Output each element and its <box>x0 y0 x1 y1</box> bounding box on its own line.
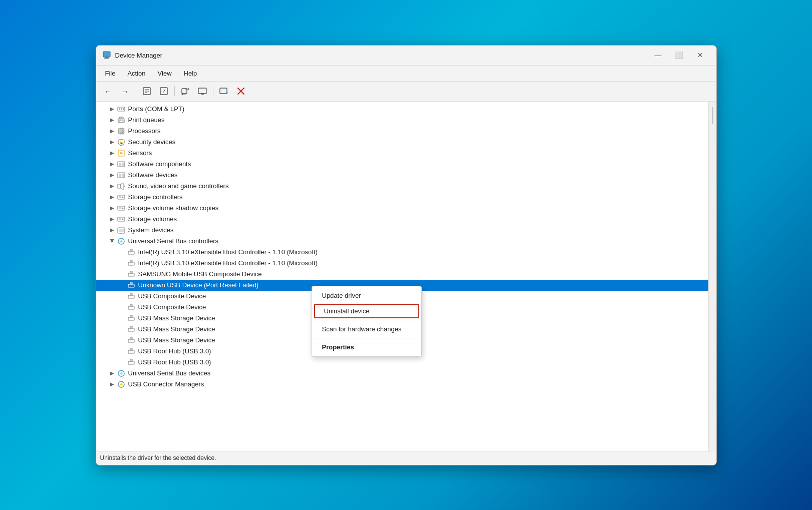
icon-usb-unknown <box>126 280 136 290</box>
chevron-security: ▶ <box>108 139 116 145</box>
device-manager-window: Device Manager — ⬜ ✕ File Action View He… <box>96 45 717 465</box>
svg-rect-60 <box>119 229 124 232</box>
menu-help[interactable]: Help <box>179 68 202 79</box>
svg-rect-46 <box>118 184 121 188</box>
icon-usb-samsung <box>126 269 136 279</box>
device-tree[interactable]: ▶ Ports (COM & LPT) ▶ Print queues ▶ Pro… <box>96 102 708 451</box>
tree-item-usb-conn[interactable]: ▶ ⚡ USB Connector Managers <box>96 379 708 390</box>
svg-rect-25 <box>119 121 123 122</box>
ctx-properties[interactable]: Properties <box>312 340 421 354</box>
tree-item-usb-intel2[interactable]: ▶ Intel(R) USB 3.10 eXtensible Host Cont… <box>96 258 708 269</box>
status-bar: Uninstalls the driver for the selected d… <box>96 451 716 465</box>
svg-text:⚡: ⚡ <box>119 371 124 376</box>
svg-rect-44 <box>119 174 121 177</box>
chevron-print: ▶ <box>108 117 116 123</box>
tree-item-system[interactable]: ▶ System devices <box>96 225 708 236</box>
chevron-ports: ▶ <box>108 106 116 112</box>
menu-view[interactable]: View <box>153 68 177 79</box>
svg-rect-55 <box>118 217 125 221</box>
context-menu: Update driver Uninstall device Scan for … <box>312 286 422 357</box>
svg-rect-67 <box>128 262 134 265</box>
properties-button[interactable] <box>139 84 155 98</box>
icon-sound <box>116 181 126 191</box>
svg-point-48 <box>122 196 123 198</box>
scan-button[interactable] <box>177 84 193 98</box>
label-security: Security devices <box>128 138 708 146</box>
icon-print <box>116 115 126 125</box>
tree-item-usb-intel1[interactable]: ▶ Intel(R) USB 3.10 eXtensible Host Cont… <box>96 247 708 258</box>
minimize-button[interactable]: — <box>648 47 668 63</box>
tree-item-storage-shadow[interactable]: ▶ Storage volume shadow copies <box>96 203 708 214</box>
maximize-button[interactable]: ⬜ <box>669 47 689 63</box>
label-usb-samsung: SAMSUNG Mobile USB Composite Device <box>138 270 708 278</box>
svg-point-52 <box>122 207 123 209</box>
scrollbar[interactable] <box>708 102 716 451</box>
svg-rect-64 <box>128 251 134 254</box>
add-button[interactable] <box>216 84 232 98</box>
tree-item-usb-hub2[interactable]: ▶ USB Root Hub (USB 3.0) <box>96 357 708 368</box>
tree-item-processors[interactable]: ▶ Processors <box>96 126 708 137</box>
label-usb-devices: Universal Serial Bus devices <box>128 369 708 377</box>
icon-ports <box>116 104 126 114</box>
ctx-scan-changes[interactable]: Scan for hardware changes <box>312 322 421 336</box>
chevron-usb-ctrl: ▶ <box>109 237 115 245</box>
ctx-update-driver[interactable]: Update driver <box>312 288 421 303</box>
toolbar-separator-2 <box>174 86 175 96</box>
tree-item-sound[interactable]: ▶ Sound, video and game controllers <box>96 181 708 192</box>
svg-rect-0 <box>103 52 110 57</box>
icon-usb-intel2 <box>126 258 136 268</box>
chevron-storage-shadow: ▶ <box>108 205 116 211</box>
chevron-system: ▶ <box>108 227 116 233</box>
svg-rect-85 <box>128 328 134 331</box>
content-area: ▶ Ports (COM & LPT) ▶ Print queues ▶ Pro… <box>96 102 716 451</box>
tree-item-usb-devices[interactable]: ▶ ⚡ Universal Serial Bus devices <box>96 368 708 379</box>
tree-item-storage-ctrl[interactable]: ▶ Storage controllers <box>96 192 708 203</box>
ctx-uninstall-device[interactable]: Uninstall device <box>314 304 419 318</box>
svg-rect-42 <box>122 163 124 166</box>
tree-item-sensors[interactable]: ▶ Sensors <box>96 148 708 159</box>
svg-rect-94 <box>128 361 134 364</box>
chevron-usb-conn: ▶ <box>108 381 116 387</box>
svg-rect-47 <box>118 195 125 199</box>
tree-item-ports[interactable]: ▶ Ports (COM & LPT) <box>96 104 708 115</box>
svg-rect-51 <box>118 206 125 210</box>
svg-rect-82 <box>128 317 134 320</box>
svg-rect-79 <box>128 306 134 309</box>
svg-rect-91 <box>128 350 134 353</box>
help-context-button[interactable]: ? <box>156 84 172 98</box>
close-button[interactable]: ✕ <box>690 47 710 63</box>
label-usb-hub2: USB Root Hub (USB 3.0) <box>138 358 708 366</box>
tree-item-sw-comp[interactable]: ▶ Software components <box>96 159 708 170</box>
display-button[interactable] <box>194 84 210 98</box>
tree-item-storage-vol[interactable]: ▶ Storage volumes <box>96 214 708 225</box>
icon-system <box>116 225 126 235</box>
icon-usb-ctrl: ⚡ <box>116 236 126 246</box>
status-text: Uninstalls the driver for the selected d… <box>100 454 216 461</box>
svg-text:⚡: ⚡ <box>119 382 124 387</box>
svg-rect-73 <box>128 284 134 287</box>
icon-usb-hub2 <box>126 357 136 367</box>
label-sw-comp: Software components <box>128 160 708 168</box>
tree-item-security[interactable]: ▶ 🔒 Security devices <box>96 137 708 148</box>
svg-rect-27 <box>120 130 123 133</box>
icon-security: 🔒 <box>116 137 126 147</box>
tree-item-print[interactable]: ▶ Print queues <box>96 115 708 126</box>
uninstall-button[interactable] <box>233 84 249 98</box>
label-usb-hub1: USB Root Hub (USB 3.0) <box>138 347 708 355</box>
label-usb-ctrl: Universal Serial Bus controllers <box>128 237 708 245</box>
tree-item-usb-ctrl[interactable]: ▶ ⚡ Universal Serial Bus controllers <box>96 236 708 247</box>
label-storage-ctrl: Storage controllers <box>128 193 708 201</box>
svg-rect-21 <box>121 108 122 110</box>
tree-item-sw-dev[interactable]: ▶ Software devices <box>96 170 708 181</box>
menu-file[interactable]: File <box>100 68 121 79</box>
window-controls: — ⬜ ✕ <box>648 47 710 63</box>
toolbar: ← → ? <box>96 82 716 102</box>
menu-action[interactable]: Action <box>122 68 150 79</box>
label-usb-mass1: USB Mass Storage Device <box>138 314 708 322</box>
back-button[interactable]: ← <box>100 84 116 98</box>
menu-bar: File Action View Help <box>96 66 716 82</box>
label-sw-dev: Software devices <box>128 171 708 179</box>
chevron-usb-devices: ▶ <box>108 370 116 376</box>
tree-item-usb-samsung[interactable]: ▶ SAMSUNG Mobile USB Composite Device <box>96 269 708 280</box>
forward-button[interactable]: → <box>117 84 133 98</box>
